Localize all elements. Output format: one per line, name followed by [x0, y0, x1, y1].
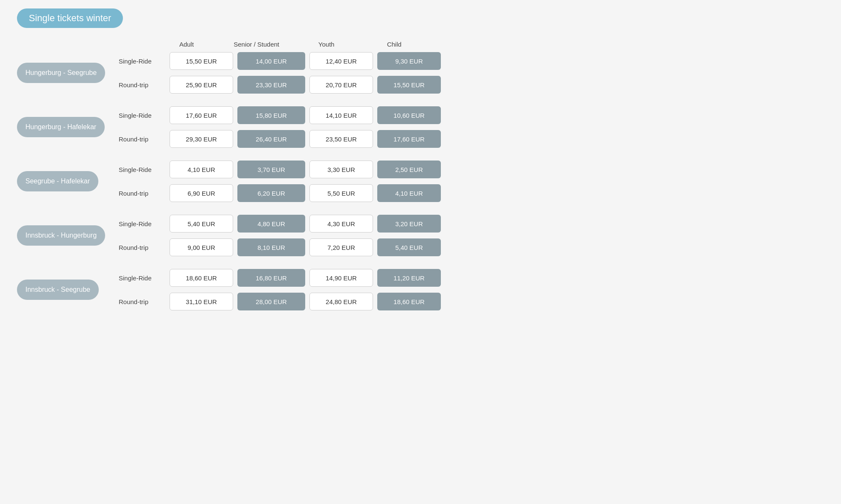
price-adult-3-1: 9,00 EUR [170, 238, 233, 256]
ticket-row-3-1: Round-trip9,00 EUR8,10 EUR7,20 EUR5,40 E… [119, 238, 824, 256]
price-youth-2-1: 5,50 EUR [309, 184, 373, 202]
route-label-1: Hungerburg - Hafelekar [17, 117, 119, 138]
price-senior-0-1: 23,30 EUR [237, 76, 305, 94]
price-child-2-1: 4,10 EUR [377, 184, 441, 202]
price-adult-2-1: 6,90 EUR [170, 184, 233, 202]
price-youth-4-0: 14,90 EUR [309, 269, 373, 287]
route-block-4: Innsbruck - SeegrubeSingle-Ride18,60 EUR… [17, 269, 824, 310]
price-senior-1-1: 26,40 EUR [237, 130, 305, 148]
ticket-type-0-1: Round-trip [119, 81, 170, 89]
ticket-type-3-0: Single-Ride [119, 220, 170, 227]
route-block-3: Innsbruck - HungerburgSingle-Ride5,40 EU… [17, 215, 824, 256]
price-child-1-0: 10,60 EUR [377, 106, 441, 124]
route-block-0: Hungerburg - SeegrubeSingle-Ride15,50 EU… [17, 52, 824, 94]
ticket-row-1-0: Single-Ride17,60 EUR15,80 EUR14,10 EUR10… [119, 106, 824, 124]
price-child-4-0: 11,20 EUR [377, 269, 441, 287]
route-pill-4: Innsbruck - Seegrube [17, 280, 99, 300]
table-header: Adult Senior / Student Youth Child [17, 41, 824, 48]
route-pill-2: Seegrube - Hafelekar [17, 171, 98, 192]
price-senior-4-0: 16,80 EUR [237, 269, 305, 287]
price-youth-4-1: 24,80 EUR [309, 293, 373, 310]
prices-3-0: 5,40 EUR4,80 EUR4,30 EUR3,20 EUR [170, 215, 441, 233]
ticket-type-3-1: Round-trip [119, 244, 170, 251]
ticket-row-2-0: Single-Ride4,10 EUR3,70 EUR3,30 EUR2,50 … [119, 161, 824, 178]
ticket-row-0-1: Round-trip25,90 EUR23,30 EUR20,70 EUR15,… [119, 76, 824, 94]
header-child: Child [360, 41, 428, 48]
prices-4-0: 18,60 EUR16,80 EUR14,90 EUR11,20 EUR [170, 269, 441, 287]
prices-1-0: 17,60 EUR15,80 EUR14,10 EUR10,60 EUR [170, 106, 441, 124]
route-rows-3: Single-Ride5,40 EUR4,80 EUR4,30 EUR3,20 … [119, 215, 824, 256]
prices-1-1: 29,30 EUR26,40 EUR23,50 EUR17,60 EUR [170, 130, 441, 148]
route-label-3: Innsbruck - Hungerburg [17, 225, 119, 246]
price-child-0-1: 15,50 EUR [377, 76, 441, 94]
prices-2-0: 4,10 EUR3,70 EUR3,30 EUR2,50 EUR [170, 161, 441, 178]
route-pill-0: Hungerburg - Seegrube [17, 63, 105, 83]
prices-0-0: 15,50 EUR14,00 EUR12,40 EUR9,30 EUR [170, 52, 441, 70]
price-child-4-1: 18,60 EUR [377, 293, 441, 310]
ticket-type-2-0: Single-Ride [119, 166, 170, 173]
ticket-type-2-1: Round-trip [119, 190, 170, 197]
page-title: Single tickets winter [17, 8, 123, 28]
prices-3-1: 9,00 EUR8,10 EUR7,20 EUR5,40 EUR [170, 238, 441, 256]
prices-4-1: 31,10 EUR28,00 EUR24,80 EUR18,60 EUR [170, 293, 441, 310]
route-pill-3: Innsbruck - Hungerburg [17, 225, 105, 246]
ticket-row-4-1: Round-trip31,10 EUR28,00 EUR24,80 EUR18,… [119, 293, 824, 310]
route-label-4: Innsbruck - Seegrube [17, 280, 119, 300]
header-youth: Youth [292, 41, 360, 48]
ticket-row-0-0: Single-Ride15,50 EUR14,00 EUR12,40 EUR9,… [119, 52, 824, 70]
ticket-row-3-0: Single-Ride5,40 EUR4,80 EUR4,30 EUR3,20 … [119, 215, 824, 233]
route-label-0: Hungerburg - Seegrube [17, 63, 119, 83]
price-child-0-0: 9,30 EUR [377, 52, 441, 70]
price-child-3-1: 5,40 EUR [377, 238, 441, 256]
price-youth-3-1: 7,20 EUR [309, 238, 373, 256]
price-adult-2-0: 4,10 EUR [170, 161, 233, 178]
price-adult-4-0: 18,60 EUR [170, 269, 233, 287]
ticket-row-4-0: Single-Ride18,60 EUR16,80 EUR14,90 EUR11… [119, 269, 824, 287]
route-rows-0: Single-Ride15,50 EUR14,00 EUR12,40 EUR9,… [119, 52, 824, 94]
price-youth-1-1: 23,50 EUR [309, 130, 373, 148]
price-senior-3-1: 8,10 EUR [237, 238, 305, 256]
price-senior-1-0: 15,80 EUR [237, 106, 305, 124]
prices-2-1: 6,90 EUR6,20 EUR5,50 EUR4,10 EUR [170, 184, 441, 202]
route-rows-4: Single-Ride18,60 EUR16,80 EUR14,90 EUR11… [119, 269, 824, 310]
price-adult-0-0: 15,50 EUR [170, 52, 233, 70]
price-senior-2-1: 6,20 EUR [237, 184, 305, 202]
price-senior-0-0: 14,00 EUR [237, 52, 305, 70]
ticket-type-1-0: Single-Ride [119, 112, 170, 119]
ticket-type-1-1: Round-trip [119, 136, 170, 143]
price-adult-4-1: 31,10 EUR [170, 293, 233, 310]
price-senior-3-0: 4,80 EUR [237, 215, 305, 233]
header-adult: Adult [153, 41, 220, 48]
ticket-type-0-0: Single-Ride [119, 58, 170, 65]
price-child-3-0: 3,20 EUR [377, 215, 441, 233]
header-senior: Senior / Student [220, 41, 292, 48]
price-adult-3-0: 5,40 EUR [170, 215, 233, 233]
ticket-type-4-1: Round-trip [119, 298, 170, 305]
price-child-1-1: 17,60 EUR [377, 130, 441, 148]
prices-0-1: 25,90 EUR23,30 EUR20,70 EUR15,50 EUR [170, 76, 441, 94]
price-adult-1-0: 17,60 EUR [170, 106, 233, 124]
price-youth-1-0: 14,10 EUR [309, 106, 373, 124]
route-block-2: Seegrube - HafelekarSingle-Ride4,10 EUR3… [17, 161, 824, 202]
route-label-2: Seegrube - Hafelekar [17, 171, 119, 192]
ticket-type-4-0: Single-Ride [119, 274, 170, 282]
price-youth-3-0: 4,30 EUR [309, 215, 373, 233]
price-senior-2-0: 3,70 EUR [237, 161, 305, 178]
price-adult-0-1: 25,90 EUR [170, 76, 233, 94]
routes-container: Hungerburg - SeegrubeSingle-Ride15,50 EU… [17, 52, 824, 310]
route-rows-1: Single-Ride17,60 EUR15,80 EUR14,10 EUR10… [119, 106, 824, 148]
ticket-row-1-1: Round-trip29,30 EUR26,40 EUR23,50 EUR17,… [119, 130, 824, 148]
route-pill-1: Hungerburg - Hafelekar [17, 117, 105, 138]
price-youth-2-0: 3,30 EUR [309, 161, 373, 178]
route-block-1: Hungerburg - HafelekarSingle-Ride17,60 E… [17, 106, 824, 148]
price-youth-0-0: 12,40 EUR [309, 52, 373, 70]
price-senior-4-1: 28,00 EUR [237, 293, 305, 310]
price-adult-1-1: 29,30 EUR [170, 130, 233, 148]
route-rows-2: Single-Ride4,10 EUR3,70 EUR3,30 EUR2,50 … [119, 161, 824, 202]
price-youth-0-1: 20,70 EUR [309, 76, 373, 94]
ticket-row-2-1: Round-trip6,90 EUR6,20 EUR5,50 EUR4,10 E… [119, 184, 824, 202]
price-child-2-0: 2,50 EUR [377, 161, 441, 178]
